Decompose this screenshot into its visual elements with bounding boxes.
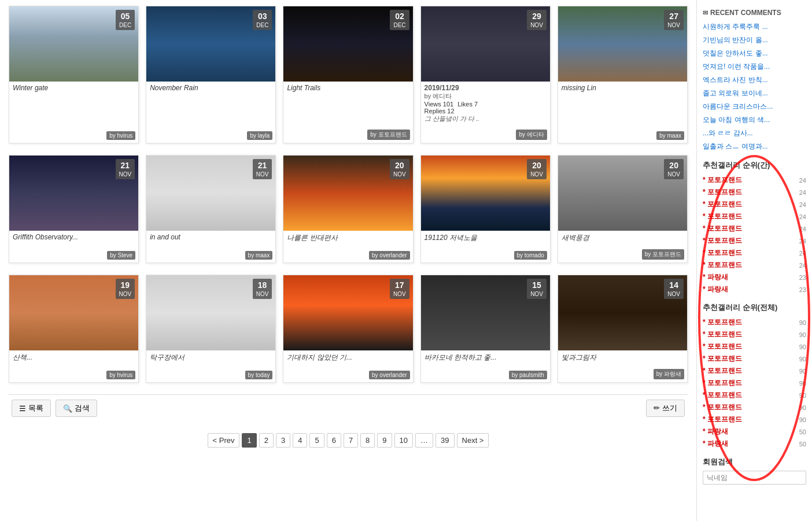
- next-button[interactable]: Next >: [457, 433, 489, 448]
- photo-info-8: 나를른 반대편사: [283, 231, 412, 245]
- page-1-button[interactable]: 1: [242, 433, 256, 448]
- author-tag-10: by 포토프랜드: [642, 249, 684, 260]
- photo-card-5[interactable]: 27 NOV missing Lin by maax: [558, 6, 688, 143]
- photo-card-3[interactable]: 02 DEC Light Trails by 포토프랜드: [283, 6, 413, 143]
- author-tag-13: by overlander: [369, 371, 410, 379]
- page-9-button[interactable]: 9: [377, 433, 392, 448]
- rank-daily-9: 파랑새 23: [703, 271, 806, 283]
- author-tag-6: by Steve: [107, 251, 135, 260]
- list-button[interactable]: ☰ 목록: [12, 400, 51, 417]
- date-badge-8: 20 NOV: [390, 159, 409, 179]
- rank-daily-5: 포토프랜드 24: [703, 223, 806, 235]
- page-5-button[interactable]: 5: [309, 433, 324, 448]
- comment-item-3[interactable]: 덧칠은 안하서도 좋...: [703, 47, 806, 60]
- photo-card-15[interactable]: 14 NOV 빛과그림자 by 파랑새: [558, 275, 688, 383]
- rank-daily-6: 포토프랜드 24: [703, 235, 806, 247]
- main-content: 05 DEC Winter gate by hvirus 03 DEC Nove…: [0, 0, 696, 521]
- photo-card-11[interactable]: 19 NOV 산책... by hvirus: [9, 275, 139, 383]
- rank-daily-8: 포토프랜드 24: [703, 259, 806, 271]
- rank-daily-3: 포토프랜드 24: [703, 198, 806, 210]
- photo-card-4[interactable]: 29 NOV 2019/11/29 by 에디타 Views 101 Likes…: [420, 6, 551, 143]
- rank-total-4: 포토프랜드 90: [703, 353, 806, 365]
- recent-comments-list: 시원하게 주룩주룩 ... 기빈님의 반잔이 올... 덧칠은 안하서도 좋..…: [703, 20, 806, 153]
- page-7-button[interactable]: 7: [344, 433, 358, 448]
- date-badge-10: 20 NOV: [664, 159, 684, 179]
- photo-info-1: Winter gate: [9, 82, 138, 94]
- rank-daily-7: 포토프랜드 24: [703, 247, 806, 259]
- photo-card-9[interactable]: 20 NOV 191120 저녁노을 by tornado: [420, 155, 551, 263]
- rank-total-7: 포토프랜드 90: [703, 389, 806, 401]
- comment-item-2[interactable]: 기빈님의 반잔이 올...: [703, 34, 806, 47]
- page-10-button[interactable]: 10: [394, 433, 413, 448]
- photo-info-14: 바카모네 한적하고 좋...: [421, 350, 550, 365]
- photo-info-2: November Rain: [146, 82, 275, 94]
- pagination: < Prev 1 2 3 4 5 6 7 8 9 10 … 39 Next >: [9, 433, 688, 448]
- comment-item-10[interactable]: 일출과 스ㅡ 여명과...: [703, 140, 806, 153]
- member-search-title: 회원검색: [703, 457, 806, 467]
- author-tag-9: by tornado: [514, 251, 547, 260]
- date-badge-14: 15 NOV: [527, 279, 547, 299]
- date-badge-12: 18 NOV: [253, 279, 272, 299]
- gallery-row-3: 19 NOV 산책... by hvirus 18 NOV 탁구장에서 by t…: [9, 275, 688, 383]
- date-badge-1: 05 DEC: [116, 10, 135, 30]
- photo-card-10[interactable]: 20 NOV 새벽풍경 by 포토프랜드: [558, 155, 688, 263]
- page-8-button[interactable]: 8: [360, 433, 375, 448]
- photo-info-15: 빛과그림자: [558, 350, 687, 365]
- prev-button[interactable]: < Prev: [208, 433, 240, 448]
- photo-card-2[interactable]: 03 DEC November Rain by layla: [146, 6, 276, 143]
- page-4-button[interactable]: 4: [293, 433, 307, 448]
- photo-info-12: 탁구장에서: [146, 350, 275, 365]
- photo-card-13[interactable]: 17 NOV 기대하지 않았던 기... by overlander: [283, 275, 413, 383]
- comment-item-5[interactable]: 엑스트라 사진 반칙...: [703, 73, 806, 87]
- photo-card-6[interactable]: 21 NOV Griffith Observatory... by Steve: [9, 155, 139, 263]
- author-tag-14: by paulsmith: [509, 371, 547, 379]
- photo-info-7: in and out: [146, 231, 275, 243]
- comment-item-7[interactable]: 아름다운 크리스마스...: [703, 100, 806, 113]
- featured-info: 2019/11/29 by 에디타 Views 101 Likes 7 Repl…: [421, 82, 550, 125]
- photo-card-14[interactable]: 15 NOV 바카모네 한적하고 좋... by paulsmith: [420, 275, 551, 383]
- gallery-row-1: 05 DEC Winter gate by hvirus 03 DEC Nove…: [9, 6, 688, 143]
- ranking-daily-list: 포토프랜드 24 포토프랜드 24 포토프랜드 24 포토프랜드 24 포토프랜…: [703, 174, 806, 295]
- page-2-button[interactable]: 2: [259, 433, 274, 448]
- member-search-input[interactable]: [703, 471, 806, 485]
- page-39-button[interactable]: 39: [435, 433, 454, 448]
- photo-card-12[interactable]: 18 NOV 탁구장에서 by today: [146, 275, 276, 383]
- page-3-button[interactable]: 3: [276, 433, 290, 448]
- photo-card-8[interactable]: 20 NOV 나를른 반대편사 by overlander: [283, 155, 413, 263]
- comment-item-4[interactable]: 멋져요! 이런 작품을...: [703, 60, 806, 73]
- ranking-total-list: 포토프랜드 90 포토프랜드 90 포토프랜드 90 포토프랜드 90 포토프랜…: [703, 316, 806, 450]
- photo-card-7[interactable]: 21 NOV in and out by maax: [146, 155, 276, 263]
- author-tag-3: by 포토프랜드: [367, 130, 409, 140]
- toolbar: ☰ 목록 🔍 검색 ✏ 쓰기: [9, 394, 688, 422]
- comment-item-1[interactable]: 시원하게 주룩주룩 ...: [703, 20, 806, 34]
- rank-total-6: 포토프랜드 90: [703, 377, 806, 389]
- sidebar: RECENT COMMENTS 시원하게 주룩주룩 ... 기빈님의 반잔이 올…: [696, 0, 812, 521]
- rank-daily-4: 포토프랜드 24: [703, 210, 806, 223]
- write-button[interactable]: ✏ 쓰기: [646, 400, 685, 417]
- photo-info-11: 산책...: [9, 350, 138, 365]
- search-icon: 🔍: [63, 404, 72, 413]
- page-6-button[interactable]: 6: [327, 433, 341, 448]
- photo-card-1[interactable]: 05 DEC Winter gate by hvirus: [9, 6, 139, 143]
- rank-total-3: 포토프랜드 90: [703, 341, 806, 353]
- comment-item-6[interactable]: 졸고 외로워 보이네...: [703, 87, 806, 100]
- rank-total-5: 포토프랜드 90: [703, 365, 806, 377]
- author-tag-1: by hvirus: [106, 131, 135, 140]
- date-badge-9: 20 NOV: [527, 159, 547, 179]
- ranking-total-title: 추천갤러리 순위(전체): [703, 302, 806, 313]
- rank-total-2: 포토프랜드 90: [703, 328, 806, 341]
- date-badge-15: 14 NOV: [664, 279, 684, 299]
- search-button[interactable]: 🔍 검색: [56, 400, 97, 417]
- author-tag-8: by overlander: [369, 251, 410, 260]
- author-tag-5: by maax: [656, 131, 684, 140]
- toolbar-right: ✏ 쓰기: [646, 400, 685, 417]
- comment-item-9[interactable]: ...와 ㄹㄹ 감사...: [703, 127, 806, 140]
- photo-info-9: 191120 저녁노을: [421, 231, 550, 245]
- date-badge-6: 21 NOV: [116, 159, 135, 179]
- photo-info-3: Light Trails: [283, 82, 412, 94]
- rank-daily-2: 포토프랜드 24: [703, 186, 806, 198]
- author-tag-12: by today: [245, 371, 273, 379]
- author-tag-2: by layla: [247, 131, 272, 140]
- comment-item-8[interactable]: 오늘 아침 여행의 색...: [703, 113, 806, 127]
- author-tag-4: by 에디타: [516, 130, 547, 140]
